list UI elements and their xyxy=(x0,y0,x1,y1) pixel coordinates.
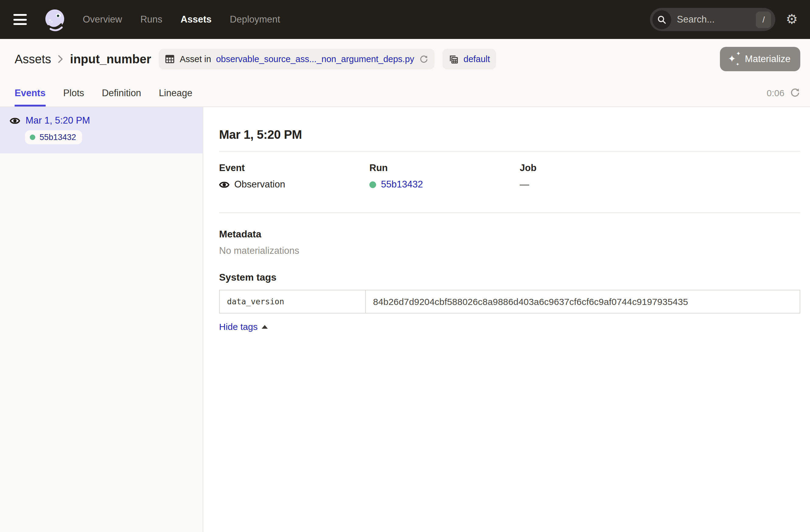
dagster-logo-icon[interactable] xyxy=(43,7,67,32)
breadcrumb-assets-link[interactable]: Assets xyxy=(15,52,51,66)
asset-name: input_number xyxy=(70,52,151,66)
event-type-value: Observation xyxy=(234,179,285,190)
search-icon xyxy=(653,10,671,29)
event-list-sidebar: Mar 1, 5:20 PM 55b13432 xyxy=(0,107,203,532)
tag-value-cell: 84b26d7d9204cbf588026c8a9886d403a6c9637c… xyxy=(366,290,800,313)
tag-key-cell: data_version xyxy=(220,290,366,313)
nav-item-runs[interactable]: Runs xyxy=(140,14,162,25)
run-column: Run 55b13432 xyxy=(369,162,520,190)
event-list-item[interactable]: Mar 1, 5:20 PM 55b13432 xyxy=(0,107,202,154)
tab-definition[interactable]: Definition xyxy=(102,79,141,107)
tab-plots[interactable]: Plots xyxy=(63,79,84,107)
page-body: Mar 1, 5:20 PM 55b13432 Mar 1, 5:20 PM E… xyxy=(0,107,810,532)
run-status-dot xyxy=(369,181,376,188)
nav-item-assets[interactable]: Assets xyxy=(181,14,212,25)
tab-bar: Events Plots Definition Lineage 0:06 xyxy=(0,79,810,107)
event-detail-panel: Mar 1, 5:20 PM Event Observation Run xyxy=(203,107,810,532)
job-column-label: Job xyxy=(520,162,670,174)
nav-item-deployment[interactable]: Deployment xyxy=(230,14,280,25)
hide-tags-link[interactable]: Hide tags xyxy=(219,321,268,332)
run-id-pill[interactable]: 55b13432 xyxy=(25,130,82,144)
refresh-icon[interactable] xyxy=(790,88,800,98)
sparkle-icon: ✦✦✦ xyxy=(728,53,740,65)
system-tags-heading: System tags xyxy=(219,272,800,283)
eye-icon xyxy=(219,179,229,190)
primary-nav: Overview Runs Assets Deployment xyxy=(83,14,280,25)
workspace-icon xyxy=(448,54,458,64)
reload-definitions-icon[interactable] xyxy=(419,54,428,64)
repo-tag: default xyxy=(442,49,496,69)
asset-header: Assets input_number Asset in observable_… xyxy=(0,39,810,79)
divider xyxy=(219,151,800,151)
asset-location-tag: Asset in observable_source_ass..._non_ar… xyxy=(159,49,435,69)
search-box[interactable]: / xyxy=(650,8,776,31)
tab-events[interactable]: Events xyxy=(15,79,46,107)
event-timestamp-link[interactable]: Mar 1, 5:20 PM xyxy=(26,115,90,126)
tab-lineage[interactable]: Lineage xyxy=(159,79,192,107)
refresh-countdown: 0:06 xyxy=(767,88,784,98)
event-column-label: Event xyxy=(219,162,369,174)
repo-default-link[interactable]: default xyxy=(464,54,490,64)
job-value: — xyxy=(520,179,529,190)
event-detail-title: Mar 1, 5:20 PM xyxy=(219,128,800,142)
event-column: Event Observation xyxy=(219,162,369,190)
hamburger-menu-icon[interactable] xyxy=(13,9,35,30)
asset-definition-link[interactable]: observable_source_ass..._non_argument_de… xyxy=(216,54,414,64)
dagster-app: Overview Runs Assets Deployment / ⚙ Asse… xyxy=(0,0,810,532)
job-column: Job — xyxy=(520,162,670,190)
breadcrumb: Assets input_number xyxy=(15,52,151,66)
gear-icon[interactable]: ⚙ xyxy=(786,13,798,26)
eye-icon xyxy=(10,115,20,126)
run-column-label: Run xyxy=(369,162,520,174)
event-summary-columns: Event Observation Run 55b13432 xyxy=(219,162,800,190)
search-input[interactable] xyxy=(677,14,751,25)
divider xyxy=(219,212,800,213)
table-row: data_version 84b26d7d9204cbf588026c8a988… xyxy=(220,290,800,313)
triangle-up-icon xyxy=(262,325,268,328)
chevron-right-icon xyxy=(58,55,63,63)
search-shortcut-key: / xyxy=(756,11,771,28)
materialize-button[interactable]: ✦✦✦ Materialize xyxy=(720,47,800,71)
metadata-heading: Metadata xyxy=(219,229,800,240)
run-status-dot xyxy=(30,134,35,140)
table-grid-icon xyxy=(165,54,175,64)
nav-item-overview[interactable]: Overview xyxy=(83,14,122,25)
system-tags-table: data_version 84b26d7d9204cbf588026c8a988… xyxy=(219,290,800,313)
metadata-empty-text: No materializations xyxy=(219,245,800,256)
asset-location-prefix: Asset in xyxy=(180,54,211,64)
run-id-link[interactable]: 55b13432 xyxy=(381,179,423,190)
top-nav: Overview Runs Assets Deployment / ⚙ xyxy=(0,0,810,39)
